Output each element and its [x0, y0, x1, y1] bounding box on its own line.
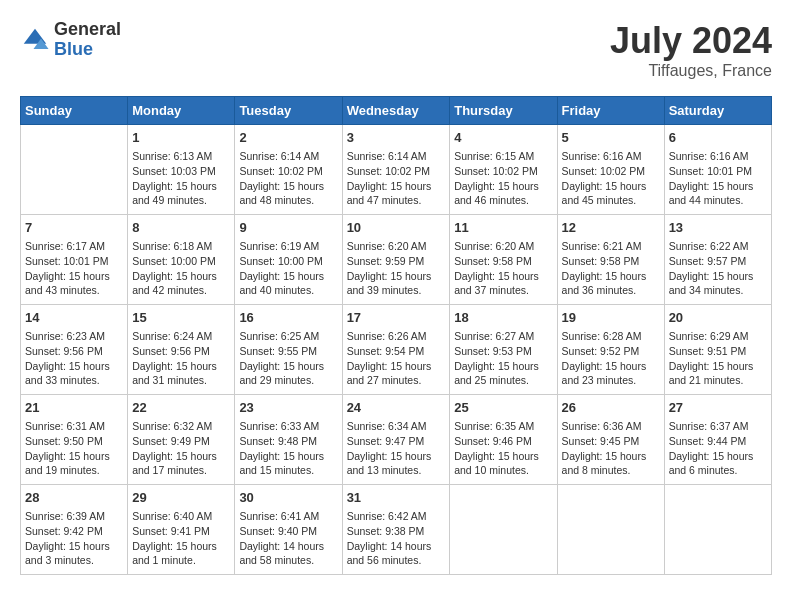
day-number: 5 [562, 129, 660, 147]
day-info: Sunrise: 6:18 AMSunset: 10:00 PMDaylight… [132, 239, 230, 298]
calendar-cell [664, 485, 771, 575]
logo-icon [20, 25, 50, 55]
day-number: 2 [239, 129, 337, 147]
location: Tiffauges, France [610, 62, 772, 80]
calendar-week-5: 28Sunrise: 6:39 AMSunset: 9:42 PMDayligh… [21, 485, 772, 575]
logo-blue: Blue [54, 40, 121, 60]
day-number: 7 [25, 219, 123, 237]
calendar-cell: 8Sunrise: 6:18 AMSunset: 10:00 PMDayligh… [128, 215, 235, 305]
calendar-cell: 1Sunrise: 6:13 AMSunset: 10:03 PMDayligh… [128, 125, 235, 215]
calendar-table: Sunday Monday Tuesday Wednesday Thursday… [20, 96, 772, 575]
header-saturday: Saturday [664, 97, 771, 125]
day-number: 27 [669, 399, 767, 417]
calendar-header: Sunday Monday Tuesday Wednesday Thursday… [21, 97, 772, 125]
day-info: Sunrise: 6:40 AMSunset: 9:41 PMDaylight:… [132, 509, 230, 568]
calendar-cell: 5Sunrise: 6:16 AMSunset: 10:02 PMDayligh… [557, 125, 664, 215]
day-number: 20 [669, 309, 767, 327]
day-number: 13 [669, 219, 767, 237]
calendar-cell: 28Sunrise: 6:39 AMSunset: 9:42 PMDayligh… [21, 485, 128, 575]
day-number: 28 [25, 489, 123, 507]
day-info: Sunrise: 6:24 AMSunset: 9:56 PMDaylight:… [132, 329, 230, 388]
day-info: Sunrise: 6:20 AMSunset: 9:59 PMDaylight:… [347, 239, 446, 298]
title-block: July 2024 Tiffauges, France [610, 20, 772, 80]
calendar-cell: 11Sunrise: 6:20 AMSunset: 9:58 PMDayligh… [450, 215, 557, 305]
calendar-cell [21, 125, 128, 215]
header: General Blue July 2024 Tiffauges, France [20, 20, 772, 80]
header-friday: Friday [557, 97, 664, 125]
header-sunday: Sunday [21, 97, 128, 125]
day-number: 16 [239, 309, 337, 327]
day-number: 8 [132, 219, 230, 237]
day-number: 26 [562, 399, 660, 417]
day-info: Sunrise: 6:37 AMSunset: 9:44 PMDaylight:… [669, 419, 767, 478]
calendar-cell: 26Sunrise: 6:36 AMSunset: 9:45 PMDayligh… [557, 395, 664, 485]
day-info: Sunrise: 6:26 AMSunset: 9:54 PMDaylight:… [347, 329, 446, 388]
day-number: 6 [669, 129, 767, 147]
calendar-cell: 14Sunrise: 6:23 AMSunset: 9:56 PMDayligh… [21, 305, 128, 395]
calendar-cell: 7Sunrise: 6:17 AMSunset: 10:01 PMDayligh… [21, 215, 128, 305]
month-year: July 2024 [610, 20, 772, 62]
calendar-cell: 18Sunrise: 6:27 AMSunset: 9:53 PMDayligh… [450, 305, 557, 395]
day-info: Sunrise: 6:34 AMSunset: 9:47 PMDaylight:… [347, 419, 446, 478]
logo-general: General [54, 20, 121, 40]
day-info: Sunrise: 6:20 AMSunset: 9:58 PMDaylight:… [454, 239, 552, 298]
logo-text: General Blue [54, 20, 121, 60]
calendar-cell: 29Sunrise: 6:40 AMSunset: 9:41 PMDayligh… [128, 485, 235, 575]
day-number: 12 [562, 219, 660, 237]
day-number: 25 [454, 399, 552, 417]
day-info: Sunrise: 6:31 AMSunset: 9:50 PMDaylight:… [25, 419, 123, 478]
calendar-cell: 31Sunrise: 6:42 AMSunset: 9:38 PMDayligh… [342, 485, 450, 575]
calendar-cell: 2Sunrise: 6:14 AMSunset: 10:02 PMDayligh… [235, 125, 342, 215]
calendar-body: 1Sunrise: 6:13 AMSunset: 10:03 PMDayligh… [21, 125, 772, 575]
day-info: Sunrise: 6:16 AMSunset: 10:02 PMDaylight… [562, 149, 660, 208]
day-info: Sunrise: 6:15 AMSunset: 10:02 PMDaylight… [454, 149, 552, 208]
calendar-cell: 4Sunrise: 6:15 AMSunset: 10:02 PMDayligh… [450, 125, 557, 215]
day-number: 31 [347, 489, 446, 507]
day-number: 11 [454, 219, 552, 237]
day-number: 10 [347, 219, 446, 237]
calendar-cell: 12Sunrise: 6:21 AMSunset: 9:58 PMDayligh… [557, 215, 664, 305]
calendar-week-3: 14Sunrise: 6:23 AMSunset: 9:56 PMDayligh… [21, 305, 772, 395]
day-info: Sunrise: 6:39 AMSunset: 9:42 PMDaylight:… [25, 509, 123, 568]
logo: General Blue [20, 20, 121, 60]
day-info: Sunrise: 6:23 AMSunset: 9:56 PMDaylight:… [25, 329, 123, 388]
calendar-cell: 17Sunrise: 6:26 AMSunset: 9:54 PMDayligh… [342, 305, 450, 395]
day-info: Sunrise: 6:14 AMSunset: 10:02 PMDaylight… [239, 149, 337, 208]
calendar-week-1: 1Sunrise: 6:13 AMSunset: 10:03 PMDayligh… [21, 125, 772, 215]
day-number: 24 [347, 399, 446, 417]
calendar-cell: 21Sunrise: 6:31 AMSunset: 9:50 PMDayligh… [21, 395, 128, 485]
calendar-cell: 20Sunrise: 6:29 AMSunset: 9:51 PMDayligh… [664, 305, 771, 395]
header-monday: Monday [128, 97, 235, 125]
header-wednesday: Wednesday [342, 97, 450, 125]
day-info: Sunrise: 6:17 AMSunset: 10:01 PMDaylight… [25, 239, 123, 298]
day-info: Sunrise: 6:22 AMSunset: 9:57 PMDaylight:… [669, 239, 767, 298]
calendar-cell: 10Sunrise: 6:20 AMSunset: 9:59 PMDayligh… [342, 215, 450, 305]
day-info: Sunrise: 6:42 AMSunset: 9:38 PMDaylight:… [347, 509, 446, 568]
calendar-cell: 30Sunrise: 6:41 AMSunset: 9:40 PMDayligh… [235, 485, 342, 575]
header-tuesday: Tuesday [235, 97, 342, 125]
day-number: 19 [562, 309, 660, 327]
calendar-cell [450, 485, 557, 575]
calendar-week-4: 21Sunrise: 6:31 AMSunset: 9:50 PMDayligh… [21, 395, 772, 485]
calendar-cell: 3Sunrise: 6:14 AMSunset: 10:02 PMDayligh… [342, 125, 450, 215]
day-info: Sunrise: 6:28 AMSunset: 9:52 PMDaylight:… [562, 329, 660, 388]
calendar-cell: 25Sunrise: 6:35 AMSunset: 9:46 PMDayligh… [450, 395, 557, 485]
day-number: 30 [239, 489, 337, 507]
calendar-cell: 19Sunrise: 6:28 AMSunset: 9:52 PMDayligh… [557, 305, 664, 395]
calendar-cell: 27Sunrise: 6:37 AMSunset: 9:44 PMDayligh… [664, 395, 771, 485]
day-number: 9 [239, 219, 337, 237]
calendar-cell: 16Sunrise: 6:25 AMSunset: 9:55 PMDayligh… [235, 305, 342, 395]
calendar-cell: 23Sunrise: 6:33 AMSunset: 9:48 PMDayligh… [235, 395, 342, 485]
day-info: Sunrise: 6:41 AMSunset: 9:40 PMDaylight:… [239, 509, 337, 568]
day-info: Sunrise: 6:14 AMSunset: 10:02 PMDaylight… [347, 149, 446, 208]
day-info: Sunrise: 6:33 AMSunset: 9:48 PMDaylight:… [239, 419, 337, 478]
day-number: 17 [347, 309, 446, 327]
day-number: 29 [132, 489, 230, 507]
day-info: Sunrise: 6:13 AMSunset: 10:03 PMDaylight… [132, 149, 230, 208]
day-info: Sunrise: 6:36 AMSunset: 9:45 PMDaylight:… [562, 419, 660, 478]
day-info: Sunrise: 6:21 AMSunset: 9:58 PMDaylight:… [562, 239, 660, 298]
day-info: Sunrise: 6:35 AMSunset: 9:46 PMDaylight:… [454, 419, 552, 478]
calendar-cell: 6Sunrise: 6:16 AMSunset: 10:01 PMDayligh… [664, 125, 771, 215]
day-info: Sunrise: 6:19 AMSunset: 10:00 PMDaylight… [239, 239, 337, 298]
day-number: 14 [25, 309, 123, 327]
